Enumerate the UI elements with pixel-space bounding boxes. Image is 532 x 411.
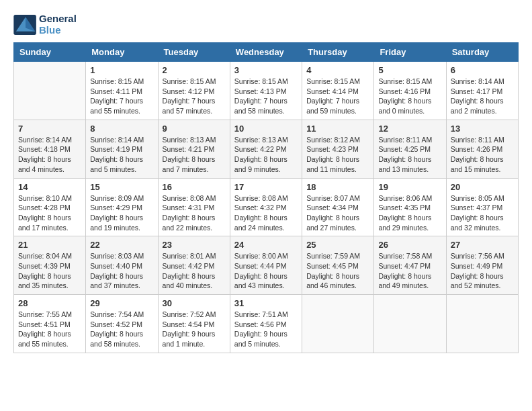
day-number: 21 [18,240,81,250]
day-number: 11 [306,124,369,134]
weekday-header-sunday: Sunday [14,43,86,62]
weekday-header-wednesday: Wednesday [230,43,302,62]
day-number: 30 [163,298,226,308]
calendar-cell: 1Sunrise: 8:15 AM Sunset: 4:11 PM Daylig… [86,62,158,120]
day-info: Sunrise: 8:11 AM Sunset: 4:25 PM Dayligh… [378,135,441,175]
day-number: 31 [234,298,298,308]
day-number: 2 [163,65,226,75]
day-info: Sunrise: 8:03 AM Sunset: 4:40 PM Dayligh… [90,251,153,291]
calendar-cell [302,295,374,353]
calendar-cell: 12Sunrise: 8:11 AM Sunset: 4:25 PM Dayli… [374,120,446,178]
calendar-week-3: 14Sunrise: 8:10 AM Sunset: 4:28 PM Dayli… [14,178,519,236]
day-info: Sunrise: 7:52 AM Sunset: 4:54 PM Dayligh… [163,310,226,349]
day-info: Sunrise: 8:15 AM Sunset: 4:11 PM Dayligh… [90,77,153,116]
calendar-week-4: 21Sunrise: 8:04 AM Sunset: 4:39 PM Dayli… [14,236,519,295]
calendar-cell: 30Sunrise: 7:52 AM Sunset: 4:54 PM Dayli… [158,295,230,353]
calendar-cell: 31Sunrise: 7:51 AM Sunset: 4:56 PM Dayli… [230,295,302,353]
calendar-header: SundayMondayTuesdayWednesdayThursdayFrid… [14,43,519,62]
weekday-header-saturday: Saturday [446,43,518,62]
day-info: Sunrise: 8:15 AM Sunset: 4:16 PM Dayligh… [378,77,441,116]
day-info: Sunrise: 8:08 AM Sunset: 4:32 PM Dayligh… [234,193,298,233]
calendar-cell: 9Sunrise: 8:13 AM Sunset: 4:21 PM Daylig… [158,120,230,178]
calendar-cell: 17Sunrise: 8:08 AM Sunset: 4:32 PM Dayli… [230,178,302,236]
day-number: 6 [451,65,514,75]
weekday-header-thursday: Thursday [302,43,374,62]
day-info: Sunrise: 7:58 AM Sunset: 4:47 PM Dayligh… [378,251,441,291]
logo-line2: Blue [39,25,77,36]
day-info: Sunrise: 8:14 AM Sunset: 4:18 PM Dayligh… [18,135,81,175]
calendar-cell [374,295,446,353]
day-number: 20 [451,182,514,192]
day-info: Sunrise: 8:15 AM Sunset: 4:14 PM Dayligh… [306,77,369,116]
calendar-cell: 24Sunrise: 8:00 AM Sunset: 4:44 PM Dayli… [230,236,302,295]
day-number: 4 [306,65,369,75]
calendar-cell: 15Sunrise: 8:09 AM Sunset: 4:29 PM Dayli… [86,178,158,236]
day-number: 15 [90,182,153,192]
logo: General Blue [13,13,77,36]
calendar-cell: 25Sunrise: 7:59 AM Sunset: 4:45 PM Dayli… [302,236,374,295]
calendar-body: 1Sunrise: 8:15 AM Sunset: 4:11 PM Daylig… [14,62,519,353]
day-info: Sunrise: 8:07 AM Sunset: 4:34 PM Dayligh… [306,193,369,233]
day-info: Sunrise: 8:14 AM Sunset: 4:17 PM Dayligh… [451,77,514,116]
calendar-cell: 19Sunrise: 8:06 AM Sunset: 4:35 PM Dayli… [374,178,446,236]
calendar-cell: 18Sunrise: 8:07 AM Sunset: 4:34 PM Dayli… [302,178,374,236]
calendar-week-1: 1Sunrise: 8:15 AM Sunset: 4:11 PM Daylig… [14,62,519,120]
weekday-header-monday: Monday [86,43,158,62]
calendar-cell: 20Sunrise: 8:05 AM Sunset: 4:37 PM Dayli… [446,178,518,236]
day-number: 24 [234,240,298,250]
calendar-cell: 10Sunrise: 8:13 AM Sunset: 4:22 PM Dayli… [230,120,302,178]
page-header: General Blue [13,13,519,36]
calendar-cell: 3Sunrise: 8:15 AM Sunset: 4:13 PM Daylig… [230,62,302,120]
day-info: Sunrise: 8:11 AM Sunset: 4:26 PM Dayligh… [451,135,514,175]
calendar-cell: 23Sunrise: 8:01 AM Sunset: 4:42 PM Dayli… [158,236,230,295]
calendar-cell [14,62,86,120]
weekday-row: SundayMondayTuesdayWednesdayThursdayFrid… [14,43,519,62]
calendar-week-5: 28Sunrise: 7:55 AM Sunset: 4:51 PM Dayli… [14,295,519,353]
day-info: Sunrise: 8:13 AM Sunset: 4:22 PM Dayligh… [234,135,298,175]
day-info: Sunrise: 8:13 AM Sunset: 4:21 PM Dayligh… [163,135,226,175]
day-info: Sunrise: 8:15 AM Sunset: 4:12 PM Dayligh… [163,77,226,116]
calendar-cell: 16Sunrise: 8:08 AM Sunset: 4:31 PM Dayli… [158,178,230,236]
day-number: 25 [306,240,369,250]
day-number: 9 [163,124,226,134]
day-number: 18 [306,182,369,192]
day-info: Sunrise: 7:54 AM Sunset: 4:52 PM Dayligh… [90,310,153,349]
day-info: Sunrise: 8:06 AM Sunset: 4:35 PM Dayligh… [378,193,441,233]
day-number: 17 [234,182,298,192]
day-info: Sunrise: 7:55 AM Sunset: 4:51 PM Dayligh… [18,310,81,349]
calendar-cell: 22Sunrise: 8:03 AM Sunset: 4:40 PM Dayli… [86,236,158,295]
day-info: Sunrise: 8:04 AM Sunset: 4:39 PM Dayligh… [18,251,81,291]
calendar-cell: 7Sunrise: 8:14 AM Sunset: 4:18 PM Daylig… [14,120,86,178]
day-info: Sunrise: 8:01 AM Sunset: 4:42 PM Dayligh… [163,251,226,291]
calendar-cell [446,295,518,353]
day-number: 23 [163,240,226,250]
day-number: 1 [90,65,153,75]
day-number: 19 [378,182,441,192]
day-info: Sunrise: 7:56 AM Sunset: 4:49 PM Dayligh… [451,251,514,291]
calendar-cell: 11Sunrise: 8:12 AM Sunset: 4:23 PM Dayli… [302,120,374,178]
calendar-cell: 21Sunrise: 8:04 AM Sunset: 4:39 PM Dayli… [14,236,86,295]
day-info: Sunrise: 8:14 AM Sunset: 4:19 PM Dayligh… [90,135,153,175]
calendar-table: SundayMondayTuesdayWednesdayThursdayFrid… [13,42,519,353]
day-info: Sunrise: 8:08 AM Sunset: 4:31 PM Dayligh… [163,193,226,233]
day-info: Sunrise: 7:51 AM Sunset: 4:56 PM Dayligh… [234,310,298,349]
day-info: Sunrise: 8:05 AM Sunset: 4:37 PM Dayligh… [451,193,514,233]
day-info: Sunrise: 7:59 AM Sunset: 4:45 PM Dayligh… [306,251,369,291]
day-number: 10 [234,124,298,134]
day-number: 12 [378,124,441,134]
day-info: Sunrise: 8:15 AM Sunset: 4:13 PM Dayligh… [234,77,298,116]
day-number: 27 [451,240,514,250]
calendar-cell: 27Sunrise: 7:56 AM Sunset: 4:49 PM Dayli… [446,236,518,295]
day-number: 8 [90,124,153,134]
day-number: 14 [18,182,81,192]
logo-line1: General [39,13,77,25]
day-number: 29 [90,298,153,308]
day-number: 22 [90,240,153,250]
calendar-cell: 5Sunrise: 8:15 AM Sunset: 4:16 PM Daylig… [374,62,446,120]
calendar-cell: 28Sunrise: 7:55 AM Sunset: 4:51 PM Dayli… [14,295,86,353]
calendar-cell: 2Sunrise: 8:15 AM Sunset: 4:12 PM Daylig… [158,62,230,120]
calendar-cell: 6Sunrise: 8:14 AM Sunset: 4:17 PM Daylig… [446,62,518,120]
logo-icon [13,15,38,35]
day-info: Sunrise: 8:10 AM Sunset: 4:28 PM Dayligh… [18,193,81,233]
day-number: 13 [451,124,514,134]
